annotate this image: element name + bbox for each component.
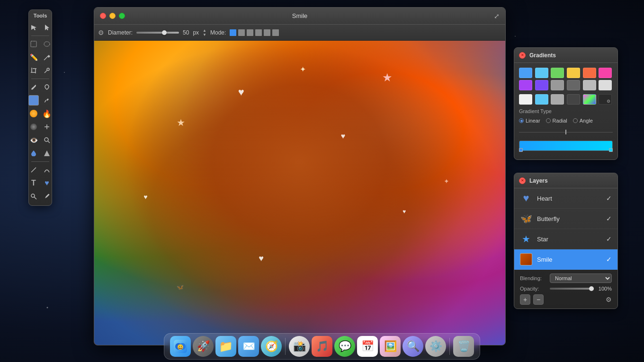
tool-text[interactable]: T — [27, 177, 40, 189]
gradient-radial-label: Radial — [553, 118, 567, 124]
gradients-close-button[interactable]: ✕ — [519, 52, 526, 59]
gradient-swatch-7[interactable] — [519, 80, 532, 90]
layer-smile-check[interactable]: ✓ — [606, 256, 612, 263]
tool-eye[interactable]: 👁️ — [27, 134, 40, 146]
dock-files[interactable]: 📁 — [215, 336, 236, 357]
tool-pick[interactable] — [41, 190, 53, 203]
toolbar-gear-icon[interactable]: ⚙ — [98, 29, 104, 36]
opacity-slider[interactable] — [550, 288, 594, 290]
layer-butterfly-check[interactable]: ✓ — [606, 215, 612, 222]
gradient-type-angle[interactable]: Angle — [573, 118, 593, 124]
diameter-stepper[interactable]: ▲ ▼ — [203, 28, 206, 37]
tool-eyedropper[interactable] — [41, 64, 53, 77]
window-maximize-button[interactable] — [119, 13, 125, 19]
dock-finder[interactable]: 😀 — [170, 336, 191, 357]
tool-pen[interactable]: ✏️ — [27, 51, 40, 63]
tool-heart[interactable]: ♥ — [41, 177, 53, 189]
tool-clone[interactable] — [41, 121, 53, 133]
layer-heart-name: Heart — [537, 195, 601, 202]
dock-messages[interactable]: 💬 — [334, 336, 355, 357]
gradient-stop-right[interactable] — [609, 148, 613, 152]
dock-calendar[interactable]: 📅 — [357, 336, 378, 357]
dock-music[interactable]: 🎵 — [312, 336, 332, 357]
tool-rect-select[interactable] — [27, 38, 40, 50]
mode-icon-6[interactable] — [272, 29, 279, 36]
gradient-type-radial[interactable]: Radial — [546, 118, 567, 124]
gradient-swatch-4[interactable] — [567, 68, 580, 78]
layer-butterfly[interactable]: 🦋 Butterfly ✓ — [514, 209, 617, 229]
gradient-swatch-3[interactable] — [551, 68, 564, 78]
tool-crop[interactable] — [27, 64, 40, 77]
gradient-swatch-16[interactable] — [567, 94, 580, 105]
layer-remove-button[interactable]: − — [533, 294, 544, 305]
gradient-swatch-9[interactable] — [551, 80, 564, 90]
gradient-linear-radio[interactable] — [519, 118, 524, 123]
tool-shadow[interactable] — [27, 121, 40, 133]
mode-icon-3[interactable] — [247, 29, 253, 36]
dock-trash[interactable]: 🗑️ — [453, 336, 474, 357]
window-close-button[interactable] — [100, 13, 106, 19]
tool-heal[interactable] — [41, 81, 53, 93]
layer-star-check[interactable]: ✓ — [606, 235, 612, 243]
layer-smile[interactable]: Smile ✓ — [514, 249, 617, 270]
gradient-swatch-10[interactable] — [567, 80, 580, 90]
canvas-area[interactable]: ♥ ♥ ♥ ♥ ♥ ★ ★ ✦ ✦ 🦋 — [94, 41, 505, 345]
gradient-swatch-15[interactable] — [551, 94, 564, 105]
diameter-slider[interactable] — [136, 32, 179, 34]
gradient-swatch-1[interactable] — [519, 68, 532, 78]
gradient-bar[interactable] — [519, 141, 613, 151]
tool-magnify[interactable] — [27, 190, 40, 203]
tool-orange-circle[interactable] — [27, 107, 40, 120]
tool-magic-wand[interactable] — [41, 51, 53, 63]
dock-photos[interactable]: 📸 — [289, 336, 310, 357]
layer-heart-check[interactable]: ✓ — [606, 194, 612, 202]
layer-heart[interactable]: ♥ Heart ✓ — [514, 188, 617, 209]
tool-flame[interactable]: 🔥 — [41, 107, 53, 120]
tool-drop[interactable] — [27, 147, 40, 159]
gradient-stop-left[interactable] — [519, 148, 523, 152]
dock-safari[interactable]: 🧭 — [261, 336, 282, 357]
layers-close-button[interactable]: ✕ — [519, 177, 526, 184]
tool-cursor[interactable] — [41, 21, 53, 34]
dock: 😀 🚀 📁 ✉️ 🧭 📸 🎵 💬 📅 🖼️ 🔍 ⚙️ — [164, 333, 480, 360]
tool-lens[interactable] — [41, 134, 53, 146]
dock-mail[interactable]: ✉️ — [238, 336, 259, 357]
tool-line[interactable] — [27, 164, 40, 176]
layer-star[interactable]: ★ Star ✓ — [514, 229, 617, 249]
tool-paint-bucket[interactable] — [41, 94, 53, 106]
gradient-swatch-12[interactable] — [599, 80, 612, 90]
layer-add-button[interactable]: + — [520, 294, 530, 305]
tool-triangle[interactable] — [41, 147, 53, 159]
gradient-swatch-5[interactable] — [583, 68, 596, 78]
dock-launchpad[interactable]: 🚀 — [193, 336, 214, 357]
gradient-midpoint-handle[interactable] — [565, 130, 566, 134]
gradient-type-linear[interactable]: Linear — [519, 118, 540, 124]
window-expand-button[interactable]: ⤢ — [494, 12, 500, 20]
layer-action-buttons: + − — [520, 294, 544, 305]
tool-arrow[interactable] — [27, 21, 40, 34]
mode-icon-5[interactable] — [264, 29, 270, 36]
window-minimize-button[interactable] — [109, 13, 116, 19]
tool-ellipse-select[interactable] — [41, 38, 53, 50]
tool-brush[interactable] — [27, 81, 40, 93]
gradient-radial-radio[interactable] — [546, 118, 551, 123]
gradient-swatch-11[interactable] — [583, 80, 596, 90]
tool-fill-color[interactable] — [27, 94, 40, 106]
gradient-swatch-18[interactable]: ⚙ — [599, 94, 612, 105]
layer-gear-icon[interactable]: ⚙ — [606, 296, 612, 303]
blending-select[interactable]: Normal Multiply Screen Overlay — [550, 274, 612, 283]
dock-settings[interactable]: ⚙️ — [425, 336, 446, 357]
mode-icon-2[interactable] — [238, 29, 245, 36]
gradient-angle-radio[interactable] — [573, 118, 578, 123]
tool-line2[interactable] — [41, 164, 53, 176]
mode-icon-4[interactable] — [255, 29, 262, 36]
dock-photo-viewer[interactable]: 🖼️ — [380, 336, 401, 357]
gradient-swatch-8[interactable] — [535, 80, 548, 90]
gradient-swatch-2[interactable] — [535, 68, 548, 78]
gradient-swatch-14[interactable] — [535, 94, 548, 105]
gradient-swatch-6[interactable] — [599, 68, 612, 78]
dock-spotlight[interactable]: 🔍 — [402, 336, 423, 357]
gradient-swatch-17[interactable] — [583, 94, 596, 105]
mode-icon-1[interactable] — [230, 29, 236, 36]
gradient-swatch-13[interactable] — [519, 94, 532, 105]
